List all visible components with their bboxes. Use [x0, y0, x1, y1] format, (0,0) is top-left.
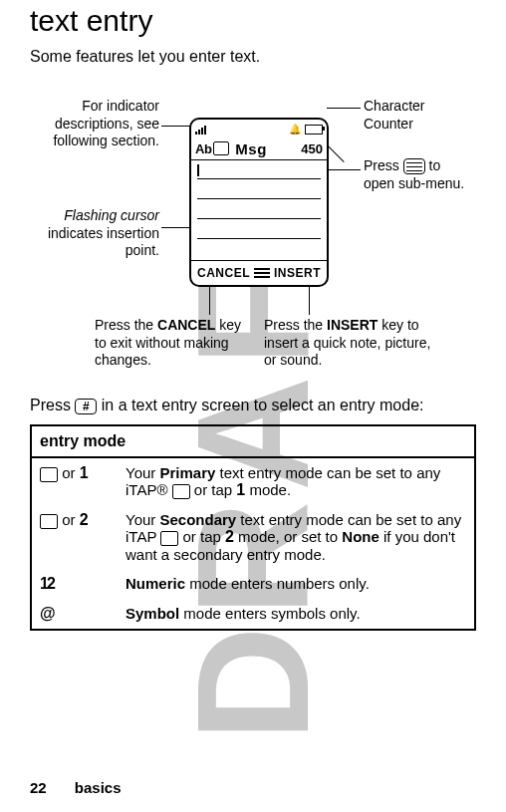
callout-cursor-rest: indicates insertion point.: [48, 225, 159, 259]
left-softkey: CANCEL: [197, 266, 250, 280]
callout-cursor-italic: Flashing cursor: [64, 207, 159, 223]
cell-bold: Secondary: [159, 511, 236, 528]
phone-screen: 🔔 Ab Msg 450 CANCEL INSERT: [189, 118, 329, 287]
char-counter: 450: [301, 141, 323, 156]
menu-key-icon: [403, 158, 425, 174]
ring-icon: 🔔: [289, 125, 301, 135]
tap-2-icon: 2: [80, 511, 89, 528]
menu-softkey-icon: [254, 268, 270, 278]
text-area: [191, 159, 327, 261]
page-number: 22: [30, 779, 47, 796]
section-name: basics: [75, 779, 122, 796]
battery-icon: [305, 125, 323, 135]
callout-insert: Press the INSERT key to insert a quick n…: [264, 317, 443, 370]
cell-text: Your: [126, 511, 159, 528]
status-bar: 🔔: [191, 120, 327, 137]
entry-mode-table: entry mode or 1 Your Primary text entry …: [30, 424, 476, 631]
callout-indicator: For indicator descriptions, see followin…: [30, 98, 159, 150]
softkey-bar: CANCEL INSERT: [191, 261, 327, 285]
callout-cancel-pre: Press the: [95, 317, 157, 333]
tap-1-icon: 1: [80, 464, 89, 481]
itap-secondary-icon: [40, 514, 58, 529]
mode-indicator: Ab: [195, 141, 211, 156]
page-title: text entry: [30, 4, 476, 38]
table-row: or 2 Your Secondary text entry mode can …: [31, 505, 475, 569]
table-row: or 1 Your Primary text entry mode can be…: [31, 457, 475, 505]
callout-cursor: Flashing cursor indicates insertion poin…: [30, 207, 159, 260]
cell-text: mode enters symbols only.: [179, 605, 360, 622]
right-softkey: INSERT: [274, 266, 321, 280]
cell-text: mode, or set to: [234, 528, 342, 545]
tap-icon: 1: [236, 481, 245, 498]
numeric-icon: 12: [40, 575, 54, 592]
cell-text: mode enters numbers only.: [185, 575, 370, 592]
instruction-pre: Press: [30, 397, 75, 413]
callout-submenu-pre: Press: [364, 157, 403, 173]
cell-text: or tap: [190, 481, 237, 498]
itap-icon: [213, 141, 229, 155]
callout-insert-label: INSERT: [327, 317, 378, 333]
intro-text: Some features let you enter text.: [30, 48, 476, 66]
itap-icon: [172, 484, 190, 499]
symbol-icon: @: [40, 605, 56, 622]
table-row: 12 Numeric mode enters numbers only.: [31, 569, 475, 599]
callout-cancel-label: CANCEL: [157, 317, 215, 333]
callout-cancel: Press the CANCEL key to exit without mak…: [95, 317, 254, 370]
cell-bold: Symbol: [126, 605, 179, 622]
entry-mode-instruction: Press # in a text entry screen to select…: [30, 397, 476, 414]
instruction-post: in a text entry screen to select an entr…: [97, 397, 423, 413]
leader-line: [309, 287, 310, 315]
hash-key-icon: #: [75, 399, 97, 414]
leader-line: [327, 144, 345, 162]
callout-counter: Character Counter: [364, 98, 473, 133]
table-row: @ Symbol mode enters symbols only.: [31, 599, 475, 630]
cell-bold: None: [342, 528, 380, 545]
page-footer: 22 basics: [30, 779, 122, 796]
cell-text: Your: [126, 464, 159, 481]
cell-text: mode.: [245, 481, 291, 498]
callout-submenu: Press to open sub-menu.: [364, 157, 473, 192]
table-header: entry mode: [31, 425, 475, 457]
cell-text: or tap: [178, 528, 225, 545]
itap-primary-icon: [40, 467, 58, 482]
leader-line: [209, 287, 210, 315]
itap-icon: [160, 531, 178, 546]
cell-bold: Numeric: [126, 575, 185, 592]
cell-bold: Primary: [159, 464, 215, 481]
cursor-icon: [197, 164, 199, 176]
title-bar: Ab Msg 450: [191, 137, 327, 159]
or-text: or: [58, 464, 80, 481]
callout-insert-pre: Press the: [264, 317, 327, 333]
tap-icon: 2: [225, 528, 234, 545]
phone-diagram: For indicator descriptions, see followin…: [30, 78, 476, 377]
signal-icon: [195, 125, 206, 135]
leader-line: [327, 108, 361, 109]
screen-title: Msg: [229, 140, 301, 157]
or-text: or: [58, 511, 80, 528]
